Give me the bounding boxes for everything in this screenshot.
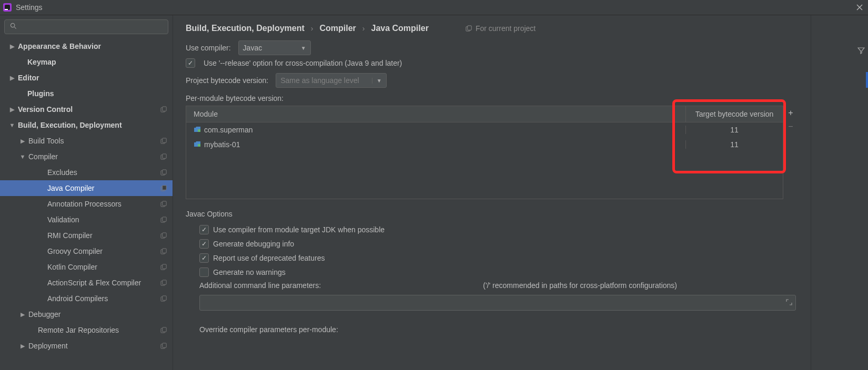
- svg-rect-29: [162, 327, 166, 331]
- sidebar-item[interactable]: Plugins: [0, 86, 173, 101]
- project-scope-icon: [159, 232, 168, 239]
- tree-arrow-icon: ▶: [8, 43, 16, 50]
- sidebar-item-label: Groovy Compiler: [47, 247, 159, 255]
- header-module: Module: [186, 110, 685, 118]
- add-button[interactable]: +: [785, 108, 796, 118]
- sidebar-item[interactable]: ▶Appearance & Behavior: [0, 38, 173, 54]
- svg-rect-23: [162, 264, 166, 268]
- opt-debug-checkbox[interactable]: [199, 239, 209, 249]
- svg-rect-13: [162, 185, 166, 189]
- compiler-select[interactable]: Javac ▼: [238, 40, 311, 55]
- sidebar-item[interactable]: Remote Jar Repositories: [0, 322, 173, 338]
- sidebar-item[interactable]: ▶Version Control: [0, 101, 173, 117]
- opt-deprecated-checkbox[interactable]: [199, 253, 209, 263]
- project-bytecode-label: Project bytecode version:: [186, 76, 268, 85]
- params-hint: ('/' recommended in paths for cross-plat…: [483, 281, 677, 290]
- sidebar-item-label: Keymap: [27, 58, 168, 66]
- module-name: com.superman: [204, 126, 253, 134]
- cmd-params-input[interactable]: [199, 295, 796, 311]
- sidebar-item[interactable]: Keymap: [0, 54, 173, 70]
- release-option-label: Use '--release' option for cross-compila…: [204, 59, 402, 67]
- release-option-checkbox[interactable]: [186, 58, 195, 68]
- target-version[interactable]: 11: [685, 140, 783, 149]
- tree-arrow-icon: ▶: [8, 106, 16, 113]
- project-scope-icon: [159, 327, 168, 334]
- svg-rect-21: [162, 248, 166, 252]
- sidebar-item[interactable]: Validation: [0, 212, 173, 228]
- sidebar-item[interactable]: Annotation Processors: [0, 196, 173, 212]
- sidebar-item[interactable]: Groovy Compiler: [0, 243, 173, 259]
- project-scope-icon: [159, 264, 168, 271]
- opt-nowarn-checkbox[interactable]: [199, 268, 209, 277]
- sidebar-item[interactable]: ▼Compiler: [0, 149, 173, 165]
- module-icon: [194, 126, 201, 134]
- project-scope-icon: [159, 248, 168, 255]
- table-row[interactable]: com.superman11: [186, 122, 783, 137]
- app-icon: [3, 3, 12, 12]
- right-gutter: [811, 15, 868, 370]
- close-icon[interactable]: [854, 2, 865, 13]
- tree-arrow-icon: ▶: [19, 343, 26, 350]
- project-bytecode-placeholder: Same as language level: [280, 76, 359, 85]
- sidebar-item-label: Deployment: [28, 342, 159, 350]
- chevron-right-icon: ›: [311, 24, 314, 33]
- sidebar-item-label: Compiler: [28, 152, 159, 161]
- svg-rect-11: [162, 169, 166, 173]
- sidebar-item-label: Annotation Processors: [47, 200, 159, 208]
- svg-rect-35: [198, 129, 200, 132]
- tree-arrow-icon: ▼: [19, 153, 26, 160]
- svg-rect-25: [162, 280, 166, 284]
- svg-rect-31: [162, 343, 166, 347]
- override-label: Override compiler parameters per-module:: [199, 325, 798, 334]
- sidebar-item-label: Version Control: [18, 105, 159, 114]
- opt-deprecated-label: Report use of deprecated features: [213, 254, 325, 262]
- sidebar-item[interactable]: Excludes: [0, 165, 173, 180]
- sidebar-item[interactable]: ▶Editor: [0, 70, 173, 86]
- search-input[interactable]: [4, 19, 168, 34]
- opt-module-jdk-checkbox[interactable]: [199, 225, 209, 234]
- target-version[interactable]: 11: [685, 126, 783, 134]
- sidebar-item-label: Remote Jar Repositories: [38, 326, 159, 334]
- sidebar-item[interactable]: ▶Debugger: [0, 306, 173, 322]
- project-scope-icon: [159, 138, 168, 145]
- sidebar-item-label: Kotlin Compiler: [47, 263, 159, 271]
- breadcrumb: Build, Execution, Deployment › Compiler …: [186, 24, 798, 33]
- sidebar-item[interactable]: ▶Build Tools: [0, 133, 173, 149]
- sidebar-item[interactable]: ActionScript & Flex Compiler: [0, 275, 173, 291]
- project-scope-icon: [159, 295, 168, 302]
- sidebar-item-label: Java Compiler: [47, 184, 159, 192]
- remove-button[interactable]: −: [785, 121, 796, 132]
- settings-sidebar: ▶Appearance & BehaviorKeymap▶EditorPlugi…: [0, 15, 173, 370]
- breadcrumb-a[interactable]: Build, Execution, Deployment: [186, 24, 305, 33]
- sidebar-item[interactable]: Android Compilers: [0, 291, 173, 306]
- project-bytecode-select[interactable]: Same as language level ▼: [276, 73, 386, 88]
- copy-icon: [466, 25, 472, 32]
- module-table[interactable]: Module Target bytecode version com.super…: [186, 106, 783, 199]
- sidebar-item-label: Validation: [47, 215, 159, 224]
- settings-tree[interactable]: ▶Appearance & BehaviorKeymap▶EditorPlugi…: [0, 38, 173, 370]
- tree-arrow-icon: ▼: [8, 122, 16, 128]
- project-scope-icon: [159, 201, 168, 208]
- search-field[interactable]: [9, 20, 153, 34]
- sidebar-item[interactable]: ▶Deployment: [0, 338, 173, 354]
- sidebar-item-label: Plugins: [27, 89, 168, 98]
- module-icon: [194, 140, 201, 149]
- opt-module-jdk-label: Use compiler from module target JDK when…: [213, 225, 385, 234]
- params-label: Additional command line parameters:: [199, 281, 321, 290]
- sidebar-item[interactable]: ▼Build, Execution, Deployment: [0, 117, 173, 133]
- svg-rect-27: [162, 295, 166, 300]
- expand-icon[interactable]: [786, 299, 792, 307]
- opt-debug-label: Generate debugging info: [213, 240, 294, 248]
- title-bar: Settings: [0, 0, 868, 15]
- filter-icon[interactable]: [857, 47, 865, 56]
- sidebar-item[interactable]: Kotlin Compiler: [0, 259, 173, 275]
- svg-rect-19: [162, 232, 166, 237]
- sidebar-item-label: Excludes: [47, 168, 159, 177]
- sidebar-item[interactable]: Java Compiler: [0, 180, 173, 196]
- svg-rect-37: [198, 144, 200, 147]
- sidebar-item[interactable]: RMI Compiler: [0, 228, 173, 243]
- table-row[interactable]: mybatis-0111: [186, 137, 783, 152]
- breadcrumb-b[interactable]: Compiler: [319, 24, 356, 33]
- svg-rect-15: [162, 201, 166, 205]
- chevron-right-icon: ›: [362, 24, 365, 33]
